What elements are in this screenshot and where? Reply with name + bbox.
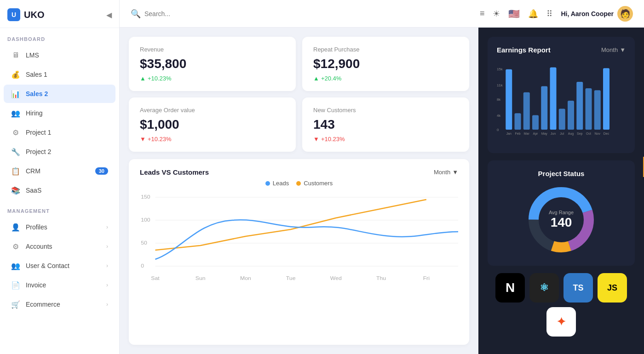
sidebar-item-saas[interactable]: 📚 SaaS (4, 181, 115, 200)
earnings-month-select[interactable]: Month ▼ (601, 46, 626, 53)
user-avatar: 🧑 (617, 6, 633, 22)
svg-text:11k: 11k (497, 83, 503, 87)
project-status-title: Project Status (538, 170, 585, 177)
svg-text:15k: 15k (497, 67, 503, 71)
user-name: Hi, Aaron Cooper (561, 10, 614, 17)
sales1-icon: 💰 (11, 70, 20, 79)
new-customers-arrow-down-icon: ▼ (313, 136, 319, 143)
svg-rect-29 (586, 88, 592, 130)
new-customers-label: New Customers (313, 107, 458, 114)
language-flag-icon[interactable]: 🇺🇸 (508, 8, 520, 19)
stat-card-repeat-purchase: Repeat Purchase $12,900 ▲ +20.4% (302, 37, 469, 91)
sidebar-item-accounts[interactable]: ⚙ Accounts › (4, 237, 115, 256)
javascript-icon[interactable]: JS (598, 273, 627, 303)
leads-legend: Leads Customers (140, 180, 458, 187)
svg-text:150: 150 (141, 194, 150, 200)
svg-text:Sat: Sat (151, 275, 160, 281)
profiles-icon: 👤 (11, 223, 20, 232)
svg-text:4k: 4k (497, 114, 500, 118)
crm-icon: 📋 (11, 166, 20, 176)
leads-month-select[interactable]: Month ▼ (434, 169, 458, 176)
svg-rect-20 (506, 69, 512, 130)
crm-badge: 30 (95, 167, 108, 175)
sidebar-item-sales1[interactable]: 💰 Sales 1 (4, 65, 115, 84)
revenue-arrow-up-icon: ▲ (140, 75, 146, 82)
customers-legend-item: Customers (296, 180, 333, 187)
react-icon[interactable]: ⚛ (529, 273, 559, 303)
earnings-title: Earnings Report (497, 46, 551, 54)
stat-card-avg-order: Average Order value $1,000 ▼ +10.23% (129, 97, 296, 152)
earnings-report-card: Earnings Report Month ▼ 15k 11k 8k 4k 0 (488, 37, 635, 153)
avg-order-label: Average Order value (140, 107, 285, 114)
stat-card-revenue: Revenue $35,800 ▲ +10.23% (129, 37, 296, 91)
ecommerce-icon: 🛒 (11, 300, 20, 309)
apps-grid-icon[interactable]: ⠿ (546, 9, 552, 19)
theme-toggle-icon[interactable]: ☀ (493, 9, 500, 19)
sidebar-item-project2[interactable]: 🔧 Project 2 (4, 143, 115, 161)
management-section-label: MANAGEMENT (0, 200, 119, 217)
svg-text:Jun: Jun (551, 132, 556, 135)
leads-chart-header: Leads VS Customers Month ▼ (140, 168, 458, 176)
sidebar-item-user-contact[interactable]: 👥 User & Contact › (4, 257, 115, 275)
sidebar-item-ecommerce[interactable]: 🛒 Ecommerce › (4, 295, 115, 314)
project-status-card: Project Status (488, 160, 635, 266)
svg-text:50: 50 (141, 240, 147, 246)
svg-text:Mon: Mon (240, 275, 251, 281)
svg-rect-22 (523, 92, 530, 130)
sidebar-item-sales2[interactable]: 📊 Sales 2 (4, 85, 115, 103)
content-grid: Revenue $35,800 ▲ +10.23% Repeat Purchas… (120, 28, 644, 354)
repeat-purchase-label: Repeat Purchase (313, 46, 458, 53)
donut-center: Avg Range 140 (549, 210, 574, 230)
main-area: 🔍 ≡ ☀ 🇺🇸 🔔 ⠿ Hi, Aaron Cooper 🧑 (120, 0, 644, 354)
menu-icon[interactable]: ≡ (480, 9, 485, 18)
svg-text:Dec: Dec (604, 132, 610, 135)
notification-bell-icon[interactable]: 🔔 (528, 9, 538, 19)
logo-icon: U (7, 8, 20, 21)
svg-text:Sun: Sun (196, 275, 206, 281)
earnings-header: Earnings Report Month ▼ (497, 46, 626, 54)
project1-icon: ⚙ (11, 128, 20, 137)
svg-rect-26 (559, 109, 565, 130)
sidebar-item-project1[interactable]: ⚙ Project 1 (4, 123, 115, 142)
light-section: Revenue $35,800 ▲ +10.23% Repeat Purchas… (120, 28, 478, 354)
avg-order-change: ▼ +10.23% (140, 136, 285, 143)
earnings-dropdown-icon: ▼ (620, 46, 626, 53)
collapse-button[interactable]: ◀ (106, 11, 112, 19)
sidebar-item-profiles[interactable]: 👤 Profiles › (4, 218, 115, 236)
svg-text:Wed: Wed (330, 275, 342, 281)
figma-icon[interactable]: ✦ (546, 307, 576, 337)
avg-order-value: $1,000 (140, 117, 285, 132)
leads-legend-dot (265, 181, 270, 186)
new-customers-value: 143 (313, 117, 458, 132)
dashboard-section-label: DASHBOARD (0, 28, 119, 46)
leads-chart-title: Leads VS Customers (140, 168, 209, 176)
sidebar-item-crm[interactable]: 📋 CRM 30 (4, 162, 115, 180)
svg-text:Thu: Thu (376, 275, 386, 281)
svg-text:100: 100 (141, 217, 150, 223)
svg-text:0: 0 (497, 128, 499, 132)
project-status-donut: Avg Range 140 (524, 183, 598, 257)
svg-rect-23 (532, 115, 539, 130)
saas-icon: 📚 (11, 186, 20, 195)
ecommerce-arrow: › (106, 301, 108, 308)
user-contact-arrow: › (106, 263, 108, 269)
svg-rect-25 (550, 67, 557, 130)
header-actions: ≡ ☀ 🇺🇸 🔔 ⠿ Hi, Aaron Cooper 🧑 (480, 6, 633, 22)
search-input[interactable] (144, 10, 236, 17)
svg-text:Feb: Feb (515, 132, 520, 135)
project2-icon: 🔧 (11, 147, 20, 156)
sidebar-item-invoice[interactable]: 📄 Invoice › (4, 276, 115, 294)
svg-rect-28 (576, 82, 583, 130)
invoice-arrow: › (106, 282, 108, 288)
typescript-icon[interactable]: TS (564, 273, 593, 303)
svg-text:Fri: Fri (423, 275, 430, 281)
sidebar-item-hiring[interactable]: 👥 Hiring (4, 104, 115, 122)
user-info[interactable]: Hi, Aaron Cooper 🧑 (561, 6, 633, 22)
nextjs-icon[interactable]: N (495, 273, 525, 303)
sidebar-item-lms[interactable]: 🖥 LMS (4, 46, 115, 64)
revenue-change: ▲ +10.23% (140, 75, 285, 82)
stat-card-new-customers: New Customers 143 ▼ +10.23% (302, 97, 469, 152)
lms-icon: 🖥 (11, 51, 20, 60)
donut-value: 140 (549, 215, 574, 230)
leads-chart-card: Leads VS Customers Month ▼ Leads (129, 159, 469, 345)
